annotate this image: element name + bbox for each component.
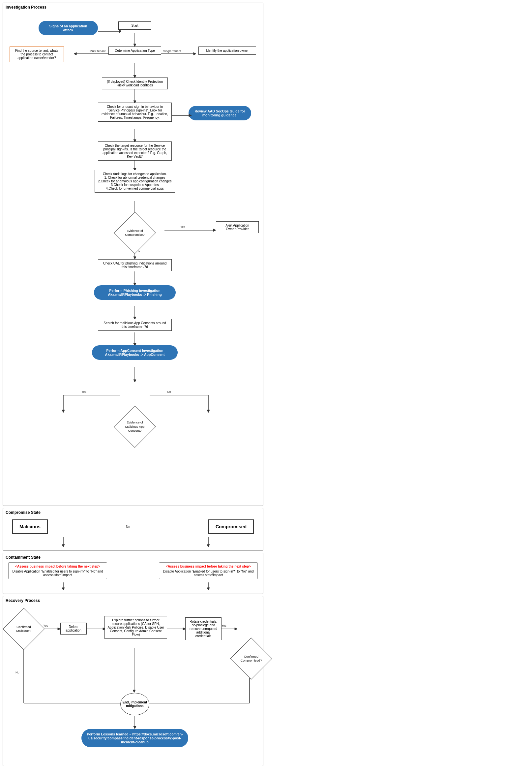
delete-app-node: Delete application [60,623,87,634]
single-tenant-label: Single Tenant [163,49,181,53]
svg-marker-45 [207,588,210,590]
recovery-section: Recovery Process Yes Yes [3,596,263,766]
check-target-node: Check the target resource for the Servic… [98,142,172,161]
no-label-compromise: No [126,525,130,529]
perform-phishing-node: Perform Phishing investigation Aka.ms/IR… [94,285,176,300]
yes-label-1: Yes [180,225,185,228]
svg-marker-43 [62,588,65,590]
review-aad-node: Review AAD SecOps Guide for monitoring g… [189,106,251,121]
svg-text:Yes: Yes [43,624,48,627]
rotate-creds-node: Rotate credentials, de-privilege and rem… [185,617,222,640]
determine-app-type-node: Determine Application Type [108,46,161,55]
svg-marker-33 [207,410,210,413]
svg-marker-54 [235,628,237,630]
full-page: Investigation Process Multi Tenant Singl… [0,0,266,771]
compromise-arrows [6,537,264,547]
svg-marker-30 [62,410,65,413]
svg-marker-61 [133,690,136,693]
svg-marker-1 [134,44,136,46]
check-identity-node: (If deployed) Check Identity Protection … [102,77,168,89]
containment-section: Containment State <Assess business impac… [3,553,263,594]
malicious-box: Malicious [12,520,48,534]
investigation-flowchart: Multi Tenant Single Tenant [6,11,264,502]
svg-text:No: No [15,671,19,674]
identify-owner-node: Identify the application owner [199,46,256,55]
compromise-title: Compromise State [6,510,260,515]
svg-marker-17 [213,229,216,231]
confirmed-malicious-node: Confirmed Malicious? [9,614,39,644]
yes-label-2: Yes [81,390,86,393]
no-label-2: No [167,390,171,393]
svg-marker-19 [134,256,136,259]
compromise-section: Compromise State Malicious No Compromise… [3,508,263,551]
svg-marker-35 [119,30,121,33]
svg-marker-27 [134,380,136,382]
start-node: Start [118,21,151,30]
multi-tenant-label: Multi Tenant [90,49,106,53]
confirmed-compromised-node: Confirmed Compromised? [236,644,266,673]
svg-marker-67 [134,726,136,729]
investigation-title: Investigation Process [6,5,260,10]
check-signin-node: Check for unusual sign-in behaviour in "… [98,103,172,122]
containment-left: <Assess business impact before taking th… [8,562,107,579]
svg-marker-39 [62,545,65,547]
svg-marker-3 [74,52,76,55]
recovery-flowchart: Yes Yes No [6,604,264,763]
containment-down-arrows [6,582,264,590]
end-mitigations-node: End, implement mitigations [120,693,150,716]
search-consent-node: Search for malicious App Consents around… [98,319,172,331]
containment-left-box: <Assess business impact before taking th… [8,562,107,579]
svg-marker-41 [207,545,210,547]
evidence-malicious-node: Evidence of Malicious App Consent? [120,412,150,441]
svg-text:Yes: Yes [222,624,226,627]
alert-owner-node: Alert Application Owner\Provider [216,221,259,233]
evidence-compromise-node: Evidence of Compromise? [120,218,150,248]
explore-options-node: Explore further options to further secur… [104,616,167,639]
containment-right-box: <Assess business impact before taking th… [159,562,258,579]
svg-marker-47 [58,628,60,630]
perform-lessons-node: Perform Lessons learned – https://docs.m… [81,729,188,747]
recovery-title: Recovery Process [6,598,260,603]
perform-appconsent-node: Perform AppConsent Investigation Aka.ms/… [92,345,178,360]
containment-right: <Assess business impact before taking th… [159,562,258,579]
find-source-node: Find the source tenant, whats the proces… [10,46,64,62]
svg-marker-5 [194,52,196,55]
compromised-box: Compromised [208,520,254,534]
check-audit-node: Check Audit logs for changes to applicat… [94,170,175,193]
check-ual-node: Check UAL for phishing Indications arrou… [98,259,172,271]
investigation-section: Investigation Process Multi Tenant Singl… [3,3,263,506]
signs-attack-node: Signs of an application attack [39,21,98,35]
containment-title: Containment State [6,555,260,560]
